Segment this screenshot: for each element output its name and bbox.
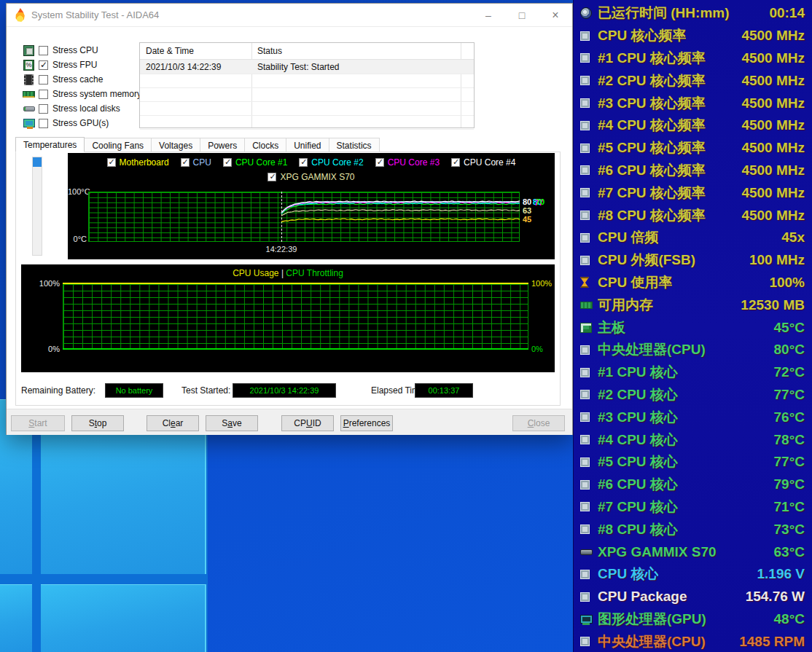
tab-cooling-fans[interactable]: Cooling Fans [85, 138, 152, 152]
chip-icon [580, 525, 590, 534]
temperature-series-plot [68, 153, 555, 259]
stress-memory-label: Stress system memory [52, 89, 141, 99]
slider-thumb[interactable] [33, 157, 42, 167]
chip-icon [580, 390, 590, 399]
table-grid-line [140, 101, 474, 102]
stress-cache-checkbox[interactable] [39, 75, 48, 85]
sensor-value: 4500 MHz [735, 162, 805, 178]
window-controls: – □ × [472, 4, 572, 27]
sensor-row: 已运行时间 (HH:mm)00:14 [574, 2, 812, 25]
stress-memory-checkbox[interactable] [39, 90, 48, 99]
sensor-label: CPU 外频(FSB) [598, 251, 695, 270]
titlebar[interactable]: System Stability Test - AIDA64 – □ × [7, 4, 572, 27]
stress-disks-label: Stress local disks [52, 103, 120, 114]
minimize-button[interactable]: – [472, 4, 505, 27]
sensor-value: 1.196 V [752, 566, 805, 582]
tab-statistics[interactable]: Statistics [329, 138, 380, 152]
column-header-datetime[interactable]: Date & Time [146, 46, 194, 56]
sensor-row: #3 CPU 核心频率4500 MHz [574, 92, 812, 114]
log-status-cell: Stability Test: Started [257, 62, 340, 72]
maximize-button[interactable]: □ [505, 4, 539, 27]
stability-test-window: System Stability Test - AIDA64 – □ × Str… [6, 3, 573, 435]
temp-value-label-overlap: 70 [536, 197, 544, 206]
tab-temperatures[interactable]: Temperatures [15, 137, 85, 152]
button-strip: StartStopClearSaveCPUIDPreferencesClose [7, 409, 572, 435]
sensor-value: 12530 MB [735, 297, 805, 313]
save-button[interactable]: Save [206, 415, 258, 431]
tab-unified[interactable]: Unified [286, 138, 329, 152]
sensor-label: #4 CPU 核心频率 [598, 116, 706, 135]
log-table-row[interactable]: 2021/10/3 14:22:39 Stability Test: Start… [140, 60, 474, 74]
stop-button[interactable]: Stop [71, 415, 124, 431]
cpuid-button[interactable]: CPUID [281, 415, 334, 431]
status-row: Remaining Battery: No battery Test Start… [7, 383, 572, 398]
tab-voltages[interactable]: Voltages [152, 138, 200, 152]
stress-fpu-row: Stress FPU [23, 58, 141, 72]
sensor-label: #8 CPU 核心 [598, 520, 678, 539]
sensor-label: CPU 核心频率 [598, 26, 686, 45]
sensor-row: #5 CPU 核心77°C [574, 451, 812, 474]
battery-value-box: No battery [105, 383, 163, 398]
sensor-value: 154.76 W [740, 589, 805, 605]
sensor-row: #6 CPU 核心频率4500 MHz [574, 160, 812, 182]
ram-icon [580, 302, 593, 309]
clear-button[interactable]: Clear [147, 415, 199, 431]
stress-disks-checkbox[interactable] [39, 104, 48, 114]
stress-memory-row: Stress system memory [23, 87, 141, 101]
chip-icon [580, 368, 590, 377]
gpu-monitor-icon [23, 119, 35, 127]
sensor-label: CPU Package [598, 589, 687, 605]
usage-grid [63, 283, 528, 349]
column-header-status[interactable]: Status [257, 46, 282, 56]
sensor-value: 4500 MHz [735, 185, 805, 201]
sensor-value: 63°C [768, 544, 805, 560]
tab-powers[interactable]: Powers [200, 138, 245, 152]
chip-icon [580, 570, 590, 579]
hourglass-icon [580, 277, 589, 288]
battery-label: Remaining Battery: [21, 385, 95, 396]
test-started-value-box: 2021/10/3 14:22:39 [233, 383, 336, 398]
sensor-label: #5 CPU 核心 [598, 452, 678, 471]
sensor-row: #3 CPU 核心76°C [574, 406, 812, 428]
usage-title-separator: | [281, 268, 284, 278]
sensor-value: 45°C [768, 320, 805, 336]
motherboard-icon [580, 323, 592, 333]
elapsed-time-value-box: 00:13:37 [415, 383, 473, 398]
stress-gpu-checkbox[interactable] [39, 119, 48, 128]
table-grid-line [140, 87, 474, 88]
sensor-label: 中央处理器(CPU) [598, 340, 706, 359]
sensor-row: #2 CPU 核心77°C [574, 384, 812, 406]
sensor-row: CPU 核心频率4500 MHz [574, 25, 812, 47]
chip-icon [580, 211, 590, 220]
sensor-label: 中央处理器(CPU) [598, 632, 706, 651]
sensor-row: #4 CPU 核心频率4500 MHz [574, 114, 812, 137]
sensor-value: 77°C [768, 454, 805, 470]
table-grid-line [140, 115, 474, 116]
sensor-value: 77°C [768, 387, 805, 403]
cpu-usage-line [63, 283, 528, 284]
usage-title-left: CPU Usage [233, 268, 278, 278]
chip-icon [580, 637, 590, 646]
sensor-row: 主板45°C [574, 316, 812, 339]
sensor-label: #3 CPU 核心频率 [598, 94, 706, 113]
sensor-label: #7 CPU 核心 [598, 498, 678, 517]
chip-icon [580, 457, 590, 467]
usage-right-top-label: 100% [531, 279, 552, 288]
close-icon[interactable]: × [539, 4, 572, 27]
sensor-value: 76°C [768, 409, 805, 425]
stress-fpu-checkbox[interactable] [39, 60, 48, 70]
table-grid-line [140, 129, 474, 130]
preferences-button[interactable]: Preferences [340, 415, 393, 431]
sensor-value: 1485 RPM [733, 634, 805, 650]
sensor-value: 4500 MHz [735, 117, 805, 133]
log-datetime-cell: 2021/10/3 14:22:39 [146, 62, 221, 72]
chart-scale-slider[interactable] [32, 157, 42, 256]
chip-icon [580, 188, 590, 197]
sensor-value: 45x [776, 229, 805, 246]
tab-clocks[interactable]: Clocks [245, 138, 286, 152]
chip-icon [580, 256, 590, 265]
stress-cpu-checkbox[interactable] [39, 46, 48, 55]
cpu-throttling-line [63, 348, 528, 350]
sensor-value: 4500 MHz [735, 140, 805, 156]
sensor-row: #4 CPU 核心78°C [574, 428, 812, 451]
